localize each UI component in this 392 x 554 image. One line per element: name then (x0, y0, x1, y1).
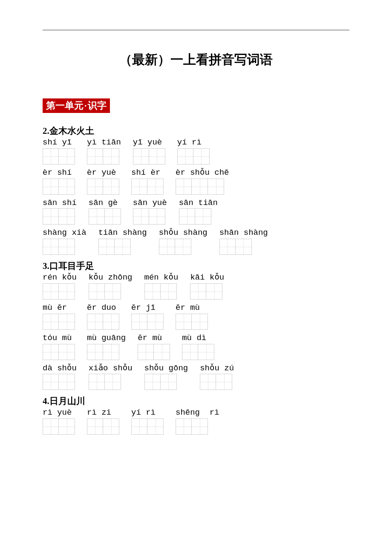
word-item: rì yuè (43, 408, 75, 435)
word-item: shí èr (131, 168, 164, 195)
pinyin-label: shí èr (131, 168, 164, 178)
tianzige-group (176, 418, 219, 435)
tianzige-group (144, 374, 188, 390)
word-item: èr shí (43, 168, 75, 195)
word-item: yī yuè (133, 138, 165, 164)
tianzige-cell (98, 239, 115, 255)
word-item: shǒu gōng (144, 364, 188, 390)
word-item: yí rì (177, 138, 210, 164)
word-item: sān shí (43, 198, 77, 225)
tianzige-cell (87, 314, 103, 330)
tianzige-cell (59, 148, 75, 164)
tianzige-cell (89, 374, 105, 390)
word-item: yí rì (131, 408, 164, 435)
word-item: sān yuè (133, 198, 167, 225)
page: （最新）一上看拼音写词语 第一单元·识字 2.金木水火土shí yīyì tiā… (0, 0, 392, 554)
word-item: ěr mù (176, 303, 208, 330)
tianzige-group (182, 344, 214, 360)
tianzige-group (43, 344, 75, 360)
pinyin-label: tiān shàng (98, 228, 147, 238)
tianzige-group (133, 148, 165, 164)
tianzige-group (43, 179, 75, 195)
word-row: shí yīyì tiānyī yuèyí rì (43, 138, 349, 165)
tianzige-group (43, 418, 75, 435)
tianzige-cell (161, 283, 177, 300)
tianzige-cell (105, 374, 121, 390)
pinyin-label: ěr mù (138, 333, 170, 343)
pinyin-label: yí rì (131, 408, 164, 418)
tianzige-cell (87, 418, 103, 435)
tianzige-cell (198, 344, 214, 360)
pinyin-label: mén kǒu (144, 273, 179, 283)
tianzige-group (179, 208, 218, 225)
tianzige-group (89, 374, 133, 390)
tianzige-group (43, 283, 77, 300)
tianzige-group (87, 314, 119, 330)
word-item: kāi kǒu (190, 273, 224, 300)
tianzige-cell (147, 179, 164, 195)
tianzige-group (43, 148, 75, 164)
tianzige-cell (43, 283, 59, 300)
tianzige-cell (175, 239, 191, 255)
pinyin-label: rì zi (87, 408, 119, 418)
tianzige-cell (43, 418, 59, 435)
tianzige-group (133, 208, 167, 225)
tianzige-cell (179, 208, 195, 225)
tianzige-cell (59, 239, 75, 255)
tianzige-cell (236, 239, 252, 255)
pinyin-label: sān gè (89, 198, 121, 208)
pinyin-label: yí rì (177, 138, 210, 147)
tianzige-cell (176, 418, 192, 435)
tianzige-cell (43, 344, 59, 360)
tianzige-group (144, 283, 179, 300)
tianzige-cell (195, 208, 211, 225)
tianzige-group (87, 179, 119, 195)
tianzige-group (89, 208, 121, 225)
pinyin-label: tóu mù (43, 333, 75, 343)
tianzige-cell (103, 179, 119, 195)
word-item: sān gè (89, 198, 121, 225)
tianzige-cell (59, 179, 75, 195)
tianzige-cell (103, 418, 119, 435)
word-item: tiān shàng (98, 228, 147, 255)
pinyin-label: ěr mù (176, 303, 208, 313)
word-item: shí yī (43, 138, 75, 164)
tianzige-group (87, 344, 126, 360)
word-item: sān tiān (179, 198, 218, 225)
tianzige-cell (193, 148, 210, 164)
tianzige-group (131, 314, 164, 330)
word-row: tóu mùmù guāngěr mùmù dì (43, 333, 349, 361)
tianzige-cell (87, 344, 103, 360)
word-item: èr yuè (87, 168, 119, 195)
word-item: mén kǒu (144, 273, 179, 300)
pinyin-label: sān yuè (133, 198, 167, 208)
tianzige-cell (138, 344, 154, 360)
word-row: mù ěrěr duoěr jīěr mù (43, 303, 349, 331)
pinyin-label: rén kǒu (43, 273, 77, 283)
pinyin-label: yì tiān (87, 138, 121, 147)
tianzige-cell (161, 374, 177, 390)
word-row: shàng xiàtiān shàngshǒu shàngshān shàng (43, 228, 349, 256)
pinyin-label: shǒu shàng (159, 228, 208, 238)
tianzige-cell (59, 374, 75, 390)
word-item: tóu mù (43, 333, 75, 360)
word-item: xiǎo shǒu (89, 364, 133, 390)
word-item: shēng rì (176, 408, 219, 435)
tianzige-cell (133, 208, 149, 225)
tianzige-cell (59, 418, 75, 435)
tianzige-cell (182, 344, 198, 360)
word-item: shān shàng (219, 228, 268, 255)
tianzige-cell (159, 239, 175, 255)
pinyin-label: èr shǒu chē (176, 168, 229, 178)
tianzige-cell (43, 179, 59, 195)
pinyin-label: yī yuè (133, 138, 165, 147)
tianzige-group (43, 239, 86, 255)
unit-badge-left: 第一单元 (46, 100, 84, 111)
word-item: mù ěr (43, 303, 75, 330)
tianzige-cell (149, 208, 165, 225)
pinyin-label: shí yī (43, 138, 75, 147)
tianzige-cell (131, 418, 147, 435)
tianzige-cell (43, 148, 59, 164)
pinyin-label: èr yuè (87, 168, 119, 178)
word-row: èr shíèr yuèshí èrèr shǒu chē (43, 168, 349, 196)
